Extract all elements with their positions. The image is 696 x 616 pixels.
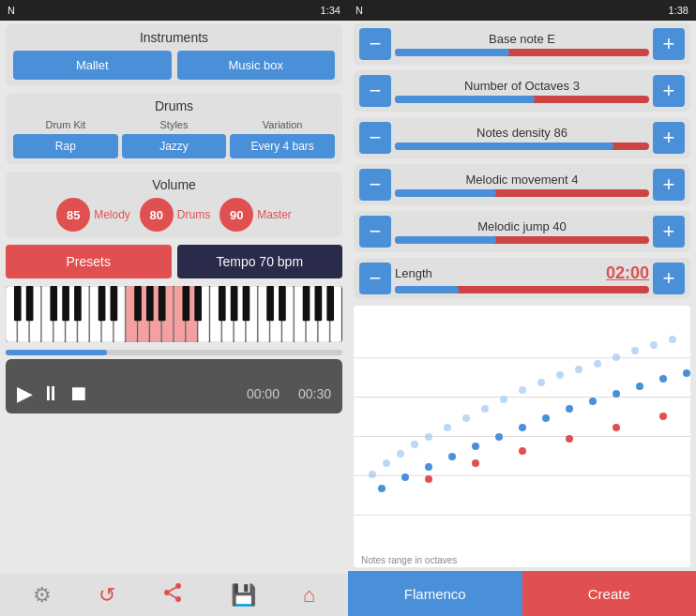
status-bar-right: N 1:38 <box>348 0 696 21</box>
svg-point-49 <box>175 583 181 589</box>
svg-rect-45 <box>279 286 286 321</box>
length-fill <box>395 286 459 293</box>
flamenco-button[interactable]: Flamenco <box>348 571 522 616</box>
svg-point-94 <box>566 435 573 443</box>
drums-val3-button[interactable]: Every 4 bars <box>230 134 335 158</box>
play-button[interactable]: ▶ <box>17 382 33 406</box>
transport-area: composer ▶ ⏸ ⏹ 00:00 00:30 <box>6 359 342 413</box>
pause-button[interactable]: ⏸ <box>40 382 61 406</box>
progress-bar[interactable] <box>6 350 342 355</box>
svg-point-83 <box>519 424 526 431</box>
length-minus[interactable]: − <box>359 263 391 294</box>
svg-rect-46 <box>303 286 310 321</box>
svg-rect-33 <box>74 286 82 321</box>
svg-point-96 <box>659 413 667 420</box>
drums-circle[interactable]: 80 <box>140 198 174 232</box>
drums-val2-button[interactable]: Jazzy <box>122 134 227 158</box>
octaves-plus[interactable]: + <box>653 75 685 107</box>
svg-rect-35 <box>111 286 118 321</box>
svg-point-66 <box>481 405 489 413</box>
length-label-row: Length 02:00 <box>395 263 649 283</box>
create-button[interactable]: Create <box>522 571 697 616</box>
instruments-section: Instruments Mallet Music box <box>6 24 342 85</box>
svg-rect-37 <box>146 286 154 321</box>
svg-rect-32 <box>62 286 69 321</box>
instruments-buttons: Mallet Music box <box>13 51 335 80</box>
home-icon[interactable]: ⌂ <box>303 583 315 608</box>
notes-density-minus[interactable]: − <box>359 122 391 154</box>
octaves-label: Number of Octaves 3 <box>395 79 649 93</box>
svg-point-86 <box>589 398 597 405</box>
melodic-jump-fill <box>395 236 496 244</box>
svg-point-50 <box>164 590 170 595</box>
drums-col3-label: Variation <box>230 119 335 130</box>
svg-point-75 <box>650 341 658 349</box>
svg-rect-36 <box>134 286 142 321</box>
melodic-jump-minus[interactable]: − <box>359 216 391 248</box>
mallet-button[interactable]: Mallet <box>13 51 172 80</box>
time-start: 00:00 <box>247 386 280 401</box>
bottom-nav: ⚙ ↺ 💾 ⌂ <box>0 574 348 616</box>
svg-rect-41 <box>219 286 226 321</box>
svg-point-72 <box>594 360 601 368</box>
base-note-content: Base note E <box>395 32 649 56</box>
status-time-right: 1:38 <box>669 5 688 16</box>
music-box-button[interactable]: Music box <box>177 51 336 80</box>
status-time-left: 1:34 <box>321 5 340 16</box>
left-panel: N 1:34 Instruments Mallet Music box Drum… <box>0 0 348 616</box>
tempo-button[interactable]: Tempo 70 bpm <box>177 245 343 278</box>
melody-circle[interactable]: 85 <box>56 198 90 232</box>
melodic-movement-minus[interactable]: − <box>359 169 391 201</box>
piano-svg <box>6 286 342 342</box>
notes-density-fill <box>395 143 613 150</box>
drums-section: Drums Drum Kit Styles Variation Rap Jazz… <box>6 93 342 164</box>
svg-point-79 <box>425 463 432 471</box>
status-bar-left: N 1:34 <box>0 0 348 21</box>
melodic-jump-label: Melodic jump 40 <box>395 219 649 233</box>
svg-point-91 <box>425 475 432 483</box>
notes-density-bar <box>395 143 649 150</box>
base-note-label: Base note E <box>395 32 649 46</box>
octaves-bar <box>395 96 649 103</box>
svg-point-62 <box>411 441 418 448</box>
melody-label: Melody <box>94 208 130 221</box>
base-note-bar <box>395 49 649 56</box>
melodic-jump-plus[interactable]: + <box>653 216 685 248</box>
save-icon[interactable]: 💾 <box>231 583 256 608</box>
drums-val1-button[interactable]: Rap <box>13 134 118 158</box>
presets-button[interactable]: Presets <box>6 245 172 278</box>
stop-button[interactable]: ⏹ <box>68 382 89 406</box>
master-circle[interactable]: 90 <box>219 198 253 232</box>
length-content: Length 02:00 <box>395 263 649 293</box>
length-label: Length <box>395 266 432 280</box>
share-icon[interactable] <box>161 581 184 608</box>
octaves-content: Number of Octaves 3 <box>395 79 649 103</box>
base-note-minus[interactable]: − <box>359 28 391 60</box>
refresh-icon[interactable]: ↺ <box>98 583 115 608</box>
base-note-plus[interactable]: + <box>653 28 685 60</box>
svg-point-73 <box>613 353 620 361</box>
svg-point-63 <box>425 433 432 441</box>
piano[interactable] <box>6 286 342 342</box>
drums-col2-label: Styles <box>122 119 227 130</box>
svg-point-64 <box>444 424 451 431</box>
notes-density-plus[interactable]: + <box>653 122 685 154</box>
progress-fill <box>6 350 107 355</box>
svg-point-82 <box>495 433 503 441</box>
right-bottom-row: Flamenco Create <box>348 571 696 616</box>
svg-line-53 <box>170 588 176 592</box>
melodic-jump-content: Melodic jump 40 <box>395 219 649 244</box>
master-label: Master <box>257 208 292 221</box>
volume-drums: 80 Drums <box>140 198 210 232</box>
svg-point-85 <box>566 405 573 413</box>
volume-title: Volume <box>13 177 335 192</box>
melodic-movement-plus[interactable]: + <box>653 169 685 201</box>
length-plus[interactable]: + <box>653 263 685 294</box>
melodic-jump-bar <box>395 236 649 244</box>
svg-point-71 <box>575 366 583 373</box>
settings-icon[interactable]: ⚙ <box>33 583 52 608</box>
svg-point-77 <box>378 485 386 492</box>
volume-section: Volume 85 Melody 80 Drums 90 Master <box>6 172 342 237</box>
bottom-controls: Presets Tempo 70 bpm <box>6 245 342 278</box>
octaves-minus[interactable]: − <box>359 75 391 107</box>
